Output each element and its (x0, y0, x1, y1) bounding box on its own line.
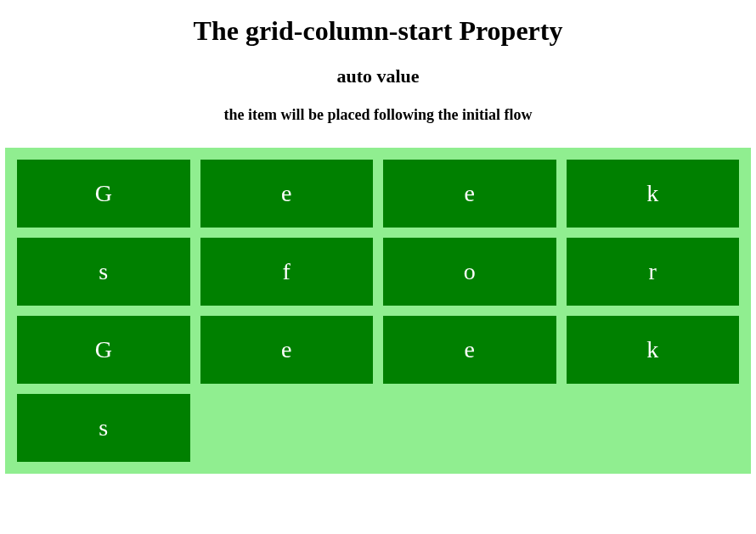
grid-item: s (17, 238, 190, 306)
grid-container: G e e k s f o r G e e k s (5, 148, 751, 474)
grid-item: k (567, 316, 740, 384)
grid-item: o (383, 238, 556, 306)
grid-item: s (17, 394, 190, 462)
page-subtitle: auto value (0, 65, 756, 87)
page-title: The grid-column-start Property (0, 15, 756, 47)
grid-item: e (200, 160, 374, 228)
grid-item: r (567, 238, 740, 306)
grid-item: e (383, 160, 556, 228)
grid-item: k (567, 160, 740, 228)
page-description: the item will be placed following the in… (0, 106, 756, 124)
grid-item: G (17, 316, 190, 384)
grid-item: f (200, 238, 374, 306)
grid-item: G (17, 160, 190, 228)
grid-item: e (383, 316, 556, 384)
grid-item: e (200, 316, 374, 384)
